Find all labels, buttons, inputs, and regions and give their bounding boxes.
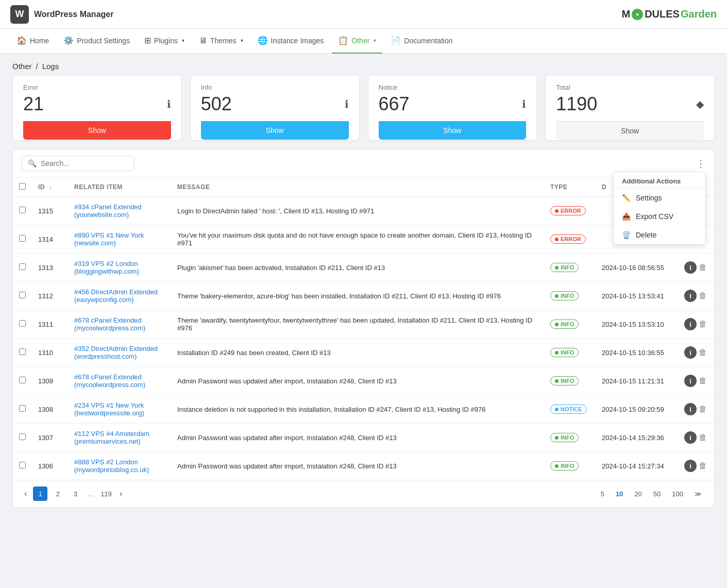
row-delete-button[interactable]: 🗑 [699,405,707,414]
select-all-checkbox[interactable] [19,183,26,190]
show-notice-button[interactable]: Show [379,121,527,140]
page-button-3[interactable]: 3 [68,486,82,501]
prev-page-button[interactable]: ‹ [21,487,30,500]
expand-pagination-button[interactable]: ≫ [690,488,706,500]
row-info-button[interactable]: i [684,290,697,302]
row-id: 1308 [32,395,68,424]
row-info-button[interactable]: i [684,375,697,387]
row-related-item: #456 DirectAdmin Extended (easywpconfig.… [68,282,171,310]
table-row: 1307 #112 VPS #4 Amsterdam (premiumservi… [13,424,714,452]
nav-item-themes[interactable]: 🖥 Themes ▾ [193,29,249,54]
plugins-icon: ⊞ [144,36,151,45]
dropdown-item-delete[interactable]: 🗑️ Delete [614,226,705,244]
row-type: INFO [544,282,596,310]
row-info-button[interactable]: i [684,403,697,415]
table-row: 1310 #352 DirectAdmin Extended (wordpres… [13,339,714,367]
row-message: Instance deletion is not supported in th… [171,395,544,424]
row-date: 2024-10-15 09:20:59 [596,395,678,424]
page-button-2[interactable]: 2 [50,486,65,501]
row-actions: i 🗑 [678,310,714,339]
row-actions: i 🗑 [678,254,714,282]
toolbar-right: ⋮ Additional Actions ✏️ Settings 📤 Expor… [696,157,706,170]
row-date: 2024-10-15 11:21:31 [596,367,678,395]
row-id: 1307 [32,424,68,452]
row-id: 1306 [32,452,68,480]
row-checkbox[interactable] [19,207,26,213]
row-id: 1309 [32,367,68,395]
next-page-button[interactable]: › [116,487,125,500]
nav-item-product-settings[interactable]: ⚙️ Product Settings [57,29,136,54]
nav-item-home[interactable]: 🏠 Home [10,29,55,54]
row-delete-button[interactable]: 🗑 [699,433,707,442]
row-checkbox[interactable] [19,433,26,440]
row-checkbox[interactable] [19,263,26,270]
row-delete-button[interactable]: 🗑 [699,291,707,300]
show-info-button[interactable]: Show [201,121,349,140]
row-delete-button[interactable]: 🗑 [699,461,707,471]
stat-card-info: Info 502 ℹ Show [190,75,360,141]
nav-item-other[interactable]: 📋 Other ▾ [332,29,382,54]
settings-icon: ✏️ [622,194,631,202]
error-info-icon: ℹ [167,98,171,110]
nav-item-documentation[interactable]: 📄 Documentation [384,29,459,54]
show-total-button[interactable]: Show [556,121,704,140]
row-info-button[interactable]: i [684,460,697,472]
row-checkbox[interactable] [19,292,26,298]
col-header-message: MESSAGE [171,178,544,197]
show-error-button[interactable]: Show [23,121,171,140]
row-delete-button[interactable]: 🗑 [699,320,707,329]
table-wrap: ID ↓ RELATED ITEM MESSAGE TYPE D 1315 #9… [13,178,714,480]
breadcrumb-separator: / [36,62,38,71]
app-logo: W WordPress Manager [10,5,113,24]
main-nav: 🏠 Home ⚙️ Product Settings ⊞ Plugins ▾ 🖥… [0,29,727,54]
row-message: Login to DirectAdmin failed ' host: ', C… [171,197,544,225]
row-checkbox[interactable] [19,348,26,355]
row-delete-button[interactable]: 🗑 [699,348,707,357]
nav-item-plugins[interactable]: ⊞ Plugins ▾ [138,29,191,54]
row-type: INFO [544,424,596,452]
row-delete-button[interactable]: 🗑 [699,263,707,272]
search-box[interactable]: 🔍 [21,156,134,171]
row-id: 1310 [32,339,68,367]
dropdown-item-export-csv[interactable]: 📤 Export CSV [614,207,705,226]
row-info-button[interactable]: i [684,318,697,330]
row-info-button[interactable]: i [684,346,697,359]
row-id: 1311 [32,310,68,339]
row-info-button[interactable]: i [684,431,697,444]
row-related-item: #678 cPanel Extended (mycoolwordpress.co… [68,310,171,339]
more-actions-button[interactable]: ⋮ [696,157,706,170]
page-size-20[interactable]: 20 [630,488,646,500]
instance-icon: 🌐 [258,36,268,45]
row-delete-button[interactable]: 🗑 [699,376,707,385]
row-date: 2024-10-14 15:27:34 [596,452,678,480]
row-actions: i 🗑 [678,395,714,424]
row-checkbox[interactable] [19,462,26,468]
row-type: NOTICE [544,395,596,424]
search-input[interactable] [41,159,128,167]
row-checkbox[interactable] [19,235,26,242]
row-checkbox[interactable] [19,405,26,412]
page-button-1[interactable]: 1 [33,486,47,501]
page-size-50[interactable]: 50 [649,488,665,500]
stat-label-total: Total [556,83,704,91]
row-type: ERROR [544,225,596,254]
table-row: 1311 #678 cPanel Extended (mycoolwordpre… [13,310,714,339]
stat-card-notice: Notice 667 ℹ Show [368,75,537,141]
row-actions: i 🗑 [678,452,714,480]
stat-label-notice: Notice [379,83,527,91]
breadcrumb-logs: Logs [42,62,59,71]
page-size-10[interactable]: 10 [612,488,627,500]
stats-row: Error 21 ℹ Show Info 502 ℹ Show Notice 6… [12,75,715,141]
row-info-button[interactable]: i [684,261,697,274]
page-button-119[interactable]: 119 [99,486,113,501]
dropdown-item-settings[interactable]: ✏️ Settings [614,189,705,207]
page-size-5[interactable]: 5 [597,488,608,500]
page-size-100[interactable]: 100 [668,488,687,500]
row-checkbox[interactable] [19,320,26,327]
row-checkbox[interactable] [19,377,26,383]
table-row: 1313 #319 VPS #2 London (bloggingwithwp.… [13,254,714,282]
row-message: You've hit your maximum disk quota and d… [171,225,544,254]
themes-chevron-icon: ▾ [241,38,243,43]
nav-item-instance-images[interactable]: 🌐 Instance Images [251,29,330,54]
breadcrumb: Other / Logs [12,62,715,71]
